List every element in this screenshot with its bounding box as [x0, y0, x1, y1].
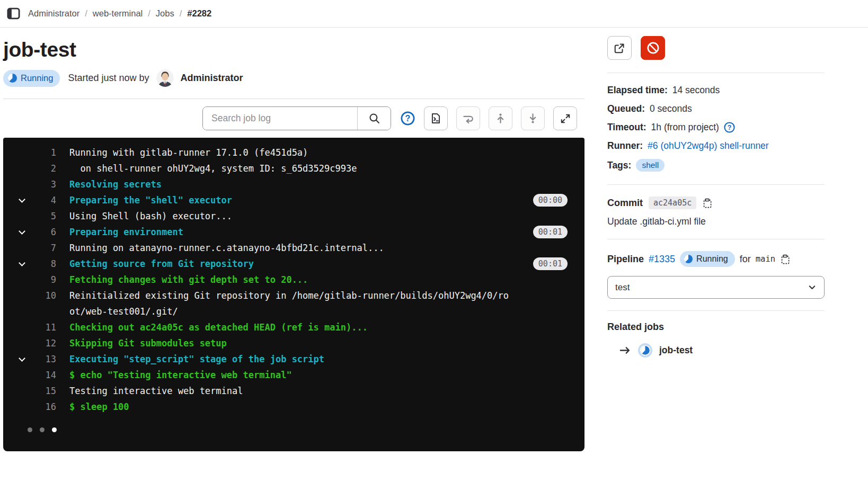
log-line-number[interactable]: 16 [3, 399, 56, 415]
log-line: 14$ echo "Testing interactive web termin… [3, 367, 584, 383]
log-line-number[interactable]: 6 [3, 224, 56, 240]
breadcrumb-separator: / [148, 8, 150, 19]
commit-message[interactable]: Update .gitlab-ci.yml file [607, 216, 825, 227]
job-log-terminal: 1Running with gitlab-runner 17.1.0 (fe45… [3, 138, 584, 451]
chevron-down-icon [807, 282, 817, 292]
log-line-number[interactable]: 1 [3, 145, 56, 160]
log-line-text: Skipping Git submodules setup [69, 335, 227, 351]
log-line-text: $ echo "Testing interactive web terminal… [69, 367, 292, 383]
show-raw-log-button[interactable] [424, 106, 448, 130]
related-jobs-heading: Related jobs [607, 322, 825, 333]
scroll-to-failure-button[interactable] [456, 106, 480, 130]
log-line-number[interactable]: 9 [3, 272, 56, 288]
scroll-to-bottom-button[interactable] [521, 106, 545, 130]
log-loading-dots [28, 427, 584, 432]
log-line-number[interactable]: 5 [3, 208, 56, 224]
log-line-text[interactable]: Preparing environment [69, 224, 183, 240]
pipeline-link[interactable]: #1335 [649, 254, 675, 265]
log-line: 10Reinitialized existing Git repository … [3, 288, 584, 319]
sidebar-toggle-icon[interactable] [6, 7, 21, 20]
pipeline-status-label: Running [696, 254, 728, 264]
section-duration-badge: 00:01 [533, 257, 568, 270]
search-button[interactable] [357, 107, 391, 130]
log-line: 1Running with gitlab-runner 17.1.0 (fe45… [3, 145, 584, 160]
log-line-number[interactable]: 10 [3, 288, 56, 319]
log-line-number[interactable]: 15 [3, 383, 56, 399]
log-line-number[interactable]: 3 [3, 176, 56, 192]
status-badge-label: Running [21, 73, 53, 83]
queued-label: Queued: [607, 103, 645, 114]
log-line: 16$ sleep 100 [3, 399, 584, 415]
avatar[interactable] [156, 69, 174, 87]
commit-label: Commit [607, 198, 643, 209]
log-line-number[interactable]: 4 [3, 192, 56, 208]
timeout-help-icon[interactable]: ? [724, 122, 735, 133]
stage-dropdown-value: test [615, 282, 630, 293]
job-log-search [202, 106, 391, 130]
breadcrumb-item[interactable]: web-terminal [93, 8, 143, 19]
runner-link[interactable]: #6 (ohUY2wg4p) shell-runner [648, 140, 769, 151]
job-status-row: Running Started just now by Administrato… [3, 69, 584, 87]
related-jobs-block: Related jobs job-test [607, 311, 825, 358]
tag-badge: shell [636, 159, 665, 172]
runner-row: Runner: #6 (ohUY2wg4p) shell-runner [607, 140, 825, 151]
timeout-row: Timeout: 1h (from project) ? [607, 122, 825, 133]
log-line-number[interactable]: 2 [3, 160, 56, 176]
search-input[interactable] [203, 107, 357, 130]
log-line: 3Resolving secrets [3, 176, 584, 192]
log-line-number[interactable]: 11 [3, 319, 56, 335]
commit-sha[interactable]: ac24a05c [649, 197, 696, 209]
fullscreen-button[interactable] [553, 106, 577, 130]
cancel-job-button[interactable] [641, 36, 665, 60]
log-line-number[interactable]: 14 [3, 367, 56, 383]
open-in-new-window-button[interactable] [607, 36, 632, 60]
breadcrumb-separator: / [85, 8, 87, 19]
queued-row: Queued: 0 seconds [607, 103, 825, 114]
log-lines: 1Running with gitlab-runner 17.1.0 (fe45… [3, 145, 584, 415]
commit-block: Commit ac24a05c Update .gitlab-ci.yml fi… [607, 185, 825, 239]
breadcrumb-separator: / [180, 8, 182, 19]
job-log-help-button[interactable]: ? [400, 111, 415, 126]
tags-label: Tags: [607, 160, 631, 171]
timeout-value: 1h (from project) [651, 122, 719, 133]
log-line-text[interactable]: Executing "step_script" stage of the job… [69, 351, 324, 367]
pipeline-label: Pipeline [607, 254, 644, 265]
running-status-icon [8, 74, 17, 83]
elapsed-time-value: 14 seconds [672, 85, 720, 96]
log-line-text: Checking out ac24a05c as detached HEAD (… [69, 319, 368, 335]
copy-commit-sha-icon[interactable] [702, 198, 712, 208]
breadcrumb-item[interactable]: Administrator [28, 8, 79, 19]
related-job-item[interactable]: job-test [619, 343, 825, 358]
svg-text:?: ? [405, 113, 410, 123]
log-line-text: on shell-runner ohUY2wg4, system ID: s_6… [69, 160, 357, 176]
log-line-number[interactable]: 7 [3, 240, 56, 256]
log-line-text: Testing interactive web terminal [69, 383, 243, 399]
log-line: 12Skipping Git submodules setup [3, 335, 584, 351]
log-line-number[interactable]: 12 [3, 335, 56, 351]
log-line-text[interactable]: Preparing the "shell" executor [69, 192, 232, 208]
log-line-text[interactable]: Getting source from Git repository [69, 256, 254, 272]
elapsed-time-row: Elapsed time: 14 seconds [607, 85, 825, 96]
pipeline-ref[interactable]: main [756, 254, 775, 264]
log-line-number[interactable]: 13 [3, 351, 56, 367]
breadcrumb-item[interactable]: Jobs [156, 8, 174, 19]
pipeline-for-text: for [740, 254, 751, 265]
sidebar-actions [607, 36, 825, 73]
scroll-to-top-button[interactable] [489, 106, 512, 130]
breadcrumb-bar: Administrator / web-terminal / Jobs / #2… [0, 0, 868, 28]
log-line: 9Fetching changes with git depth set to … [3, 272, 584, 288]
breadcrumb: Administrator / web-terminal / Jobs / #2… [28, 8, 211, 19]
log-line-text: $ sleep 100 [69, 399, 129, 415]
log-line: 4Preparing the "shell" executor00:00 [3, 192, 584, 208]
log-line-number[interactable]: 8 [3, 256, 56, 272]
copy-ref-icon[interactable] [780, 254, 790, 264]
log-line-text: Reinitialized existing Git repository in… [69, 288, 510, 319]
stage-dropdown[interactable]: test [607, 276, 825, 299]
pipeline-block: Pipeline #1335 Running for main test [607, 239, 825, 311]
log-line: 11Checking out ac24a05c as detached HEAD… [3, 319, 584, 335]
queued-value: 0 seconds [650, 103, 692, 114]
author-name[interactable]: Administrator [181, 73, 243, 84]
status-badge[interactable]: Running [3, 70, 60, 87]
pipeline-status-badge[interactable]: Running [680, 251, 735, 267]
log-line: 2 on shell-runner ohUY2wg4, system ID: s… [3, 160, 584, 176]
